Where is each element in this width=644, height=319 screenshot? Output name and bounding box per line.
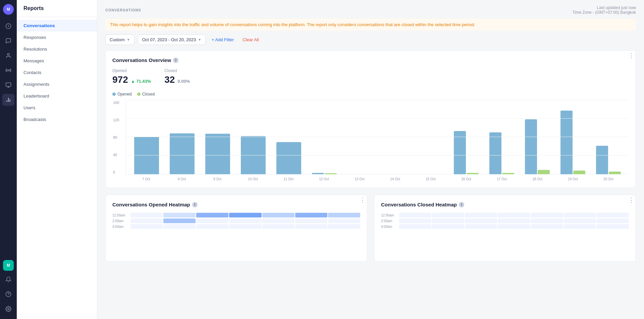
add-filter-button[interactable]: + Add Filter <box>209 35 236 45</box>
heatmap-cell <box>328 218 360 223</box>
sidebar: Reports Conversations Responses Resoluti… <box>17 0 97 319</box>
opened-heatmap-title: Conversations Opened Heatmap i <box>112 202 360 207</box>
info-icon: i <box>173 58 178 63</box>
x-label: 11 Oct <box>271 177 306 181</box>
sidebar-item-responses[interactable]: Responses <box>17 31 97 43</box>
main-header: CONVERSATIONS Last updated just now Time… <box>97 0 644 15</box>
bar-group <box>484 101 520 174</box>
user-avatar-top[interactable]: M <box>3 4 14 15</box>
heatmap-cell <box>399 224 431 229</box>
heatmap-cell <box>295 218 327 223</box>
x-label: 16 Oct <box>448 177 484 181</box>
legend-dot-closed <box>137 92 141 96</box>
x-label: 12 Oct <box>306 177 342 181</box>
heatmap-time-label: 2:00am <box>112 219 130 223</box>
sidebar-item-resolutions[interactable]: Resolutions <box>17 43 97 55</box>
bar-opened <box>170 133 195 174</box>
heatmap-cell <box>465 218 497 223</box>
heatmap-cell <box>498 224 530 229</box>
nav-icon-reports[interactable] <box>2 94 14 106</box>
date-range-value-select[interactable]: Oct 07, 2023 - Oct 20, 2023 ▼ <box>138 35 206 45</box>
nav-icon-team[interactable] <box>2 79 14 91</box>
opened-heatmap-card: Conversations Opened Heatmap i ⋮ 12:00am… <box>105 195 367 262</box>
svg-point-2 <box>8 70 9 71</box>
heatmap-cell <box>163 224 196 229</box>
bar-group <box>271 101 307 174</box>
x-label: 15 Oct <box>413 177 448 181</box>
nav-icon-broadcasts[interactable] <box>2 64 14 76</box>
heatmap-cell <box>163 213 196 217</box>
bar-group <box>342 101 378 174</box>
y-label-0: 0 <box>113 170 119 174</box>
heatmap-cell <box>498 213 530 217</box>
heatmap-cell <box>465 213 497 217</box>
sidebar-item-conversations[interactable]: Conversations <box>17 20 97 31</box>
closed-heatmap-grid: 12:00am2:00am4:00am <box>381 213 629 229</box>
closed-change: 0.00% <box>177 79 190 84</box>
sidebar-item-broadcasts[interactable]: Broadcasts <box>17 114 97 125</box>
heatmap-cell <box>564 224 596 229</box>
nav-icon-contacts[interactable] <box>2 50 14 62</box>
nav-icon-help[interactable] <box>2 288 14 300</box>
closed-label: Closed <box>164 68 190 73</box>
x-label: 8 Oct <box>164 177 200 181</box>
bar-group <box>520 101 555 174</box>
clear-all-button[interactable]: Clear All <box>240 35 261 45</box>
sidebar-item-assignments[interactable]: Assignments <box>17 78 97 90</box>
heatmap-cell <box>531 224 563 229</box>
nav-icon-conversations[interactable] <box>2 35 14 47</box>
closed-stat: Closed 32 0.00% <box>164 68 190 85</box>
sidebar-item-contacts[interactable]: Contacts <box>17 67 97 78</box>
x-label: 14 Oct <box>377 177 413 181</box>
x-label: 20 Oct <box>591 177 626 181</box>
heatmap-cell <box>229 224 261 229</box>
heatmap-cell <box>399 218 431 223</box>
heatmap-cell <box>130 218 163 223</box>
heatmap-cell <box>564 213 596 217</box>
date-range-type-select[interactable]: Custom ▼ <box>105 35 135 45</box>
sidebar-item-users[interactable]: Users <box>17 102 97 114</box>
opened-value: 972 ▲ 71.43% <box>112 74 151 85</box>
user-avatar-bottom[interactable]: M <box>3 260 14 271</box>
sidebar-item-leaderboard[interactable]: Leaderboard <box>17 90 97 102</box>
svg-point-9 <box>8 308 9 310</box>
info-icon-heatmap-closed: i <box>459 202 464 207</box>
sidebar-nav: Conversations Responses Resolutions Mess… <box>17 17 97 128</box>
x-label: 10 Oct <box>235 177 271 181</box>
x-label: 19 Oct <box>555 177 591 181</box>
date-range-type-label: Custom <box>110 37 125 42</box>
page-title: CONVERSATIONS <box>105 8 141 12</box>
y-label-120: 120 <box>113 118 119 122</box>
heatmap-cell <box>229 218 261 223</box>
bar-group <box>129 101 164 174</box>
opened-stat: Opened 972 ▲ 71.43% <box>112 68 151 85</box>
bar-opened <box>454 131 466 174</box>
heatmap-cell <box>229 213 261 217</box>
heatmap-cell <box>262 213 294 217</box>
nav-icon-notifications[interactable] <box>2 273 14 285</box>
bar-closed <box>467 173 479 174</box>
nav-icon-home[interactable] <box>2 20 14 32</box>
x-axis: 7 Oct8 Oct9 Oct10 Oct11 Oct12 Oct13 Oct1… <box>126 176 629 181</box>
x-label: 18 Oct <box>520 177 555 181</box>
info-icon-heatmap-opened: i <box>192 202 198 207</box>
closed-heatmap-menu-button[interactable]: ⋮ <box>627 195 636 205</box>
bar-opened <box>560 111 573 174</box>
chart-menu-button[interactable]: ⋮ <box>627 51 636 61</box>
bar-closed <box>609 172 621 174</box>
bar-opened <box>276 142 301 174</box>
heatmap-cell <box>196 213 228 217</box>
heatmap-cell <box>432 213 464 217</box>
bars-container <box>126 101 629 174</box>
heatmap-cell <box>295 224 327 229</box>
sidebar-item-messages[interactable]: Messages <box>17 55 97 67</box>
nav-icon-settings[interactable] <box>2 303 14 315</box>
heatmap-cell <box>597 218 629 223</box>
x-label: 13 Oct <box>342 177 377 181</box>
page-description: This report helps to gain insights into … <box>105 19 636 30</box>
bar-group <box>200 101 235 174</box>
opened-heatmap-menu-button[interactable]: ⋮ <box>358 195 367 205</box>
heatmap-row: 2:00am <box>381 218 629 223</box>
bar-opened <box>489 132 501 174</box>
legend-opened: Opened <box>112 92 132 97</box>
